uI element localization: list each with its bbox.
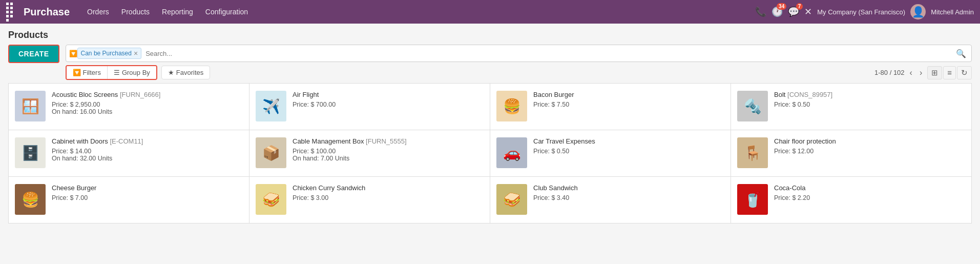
product-info: Air FlightPrice: $ 700.00 (293, 91, 484, 108)
product-image: 🍔 (496, 91, 527, 121)
clock-badge: 34 (777, 3, 786, 10)
product-card[interactable]: ✈️Air FlightPrice: $ 700.00 (249, 84, 490, 130)
product-stock: On hand: 16.00 Units (52, 108, 243, 115)
search-submit-button[interactable]: 🔍 (954, 49, 968, 58)
product-price: Price: $ 14.00 (52, 148, 243, 155)
product-card[interactable]: 🥤Coca-ColaPrice: $ 2.20 (731, 177, 971, 223)
chat-icon[interactable]: 💬 7 (788, 6, 799, 17)
product-card[interactable]: 🚗Car Travel ExpensesPrice: $ 0.50 (490, 130, 731, 176)
product-card[interactable]: 🗄️Cabinet with Doors [E-COM11]Price: $ 1… (9, 130, 249, 176)
product-info: Bolt [CONS_89957]Price: $ 0.50 (774, 91, 965, 108)
product-name: Air Flight (293, 91, 484, 99)
brand-title[interactable]: Purchase (24, 6, 70, 18)
product-info: Chicken Curry SandwichPrice: $ 3.00 (293, 184, 484, 201)
product-card[interactable]: 🍔Cheese BurgerPrice: $ 7.00 (9, 177, 249, 223)
product-image: 🥪 (256, 184, 286, 215)
product-price: Price: $ 2,950.00 (52, 101, 243, 108)
pagination-text: 1-80 / 102 (874, 69, 905, 76)
filters-label: Filters (83, 69, 101, 76)
product-info: Car Travel ExpensesPrice: $ 0.50 (533, 137, 724, 155)
product-info: Cheese BurgerPrice: $ 7.00 (52, 184, 243, 201)
star-icon: ★ (168, 69, 174, 76)
company-label: My Company (San Francisco) (817, 8, 905, 16)
product-name: Chicken Curry Sandwich (293, 184, 484, 193)
product-card[interactable]: 📦Cable Management Box [FURN_5555]Price: … (249, 130, 490, 176)
product-image: 📦 (256, 137, 286, 168)
product-price: Price: $ 100.00 (293, 148, 484, 155)
product-price: Price: $ 0.50 (533, 148, 724, 155)
product-image: 🚗 (496, 137, 527, 168)
main-content: Products CREATE 🔽 Can be Purchased × 🔍 (0, 24, 980, 264)
nav-configuration[interactable]: Configuration (200, 6, 253, 18)
filter-tag-remove[interactable]: × (134, 49, 138, 57)
navbar-right: 📞 🕐 34 💬 7 ✕ My Company (San Francisco) … (755, 4, 974, 19)
product-price: Price: $ 3.00 (293, 194, 484, 201)
product-info: Acoustic Bloc Screens [FURN_6666]Price: … (52, 91, 243, 115)
favorites-button[interactable]: ★ Favorites (161, 66, 210, 79)
nav-products[interactable]: Products (116, 6, 155, 18)
navbar: Purchase Orders Products Reporting Confi… (0, 0, 980, 24)
page-header: Products (8, 30, 972, 40)
product-info: Cabinet with Doors [E-COM11]Price: $ 14.… (52, 137, 243, 162)
product-grid: 🪟Acoustic Bloc Screens [FURN_6666]Price:… (8, 83, 972, 224)
product-info: Chair floor protectionPrice: $ 12.00 (774, 137, 965, 155)
filter-funnel-icon: 🔽 (69, 50, 77, 57)
chat-badge: 7 (796, 3, 803, 10)
product-image: 🥪 (496, 184, 527, 215)
product-code: [FURN_6666] (118, 91, 160, 98)
product-name: Bolt [CONS_89957] (774, 91, 965, 99)
product-stock: On hand: 7.00 Units (293, 155, 484, 162)
product-info: Club SandwichPrice: $ 3.40 (533, 184, 724, 201)
product-name: Cable Management Box [FURN_5555] (293, 137, 484, 146)
filter-groupby-group: 🔽 Filters ☰ Group By (66, 65, 157, 80)
apps-icon[interactable] (6, 3, 15, 22)
favorites-label: Favorites (176, 69, 203, 76)
pagination: 1-80 / 102 ‹ › ⊞ ≡ ↻ (874, 66, 972, 79)
refresh-button[interactable]: ↻ (957, 66, 972, 79)
product-name: Chair floor protection (774, 137, 965, 146)
page-title: Products (8, 30, 48, 40)
groupby-button[interactable]: ☰ Group By (108, 66, 156, 79)
filter-tag-label: Can be Purchased (81, 50, 132, 57)
product-card[interactable]: 🥪Club SandwichPrice: $ 3.40 (490, 177, 731, 223)
avatar[interactable]: 👤 (910, 4, 926, 19)
product-info: Coca-ColaPrice: $ 2.20 (774, 184, 965, 201)
create-button[interactable]: CREATE (8, 45, 59, 63)
product-card[interactable]: 🥪Chicken Curry SandwichPrice: $ 3.00 (249, 177, 490, 223)
nav-reporting[interactable]: Reporting (157, 6, 198, 18)
product-info: Cable Management Box [FURN_5555]Price: $… (293, 137, 484, 162)
product-price: Price: $ 700.00 (293, 101, 484, 108)
groupby-icon: ☰ (114, 69, 120, 76)
product-price: Price: $ 12.00 (774, 148, 965, 155)
next-page-button[interactable]: › (918, 67, 924, 78)
product-price: Price: $ 3.40 (533, 194, 724, 201)
clock-icon[interactable]: 🕐 34 (772, 6, 783, 17)
product-card[interactable]: 🪟Acoustic Bloc Screens [FURN_6666]Price:… (9, 84, 249, 130)
list-view-button[interactable]: ≡ (943, 66, 956, 79)
filters-button[interactable]: 🔽 Filters (67, 66, 108, 79)
product-price: Price: $ 7.00 (52, 194, 243, 201)
product-code: [FURN_5555] (364, 137, 406, 145)
phone-icon[interactable]: 📞 (755, 6, 766, 17)
product-stock: On hand: 32.00 Units (52, 155, 243, 162)
product-code: [CONS_89957] (785, 91, 832, 98)
product-card[interactable]: 🍔Bacon BurgerPrice: $ 7.50 (490, 84, 731, 130)
kanban-view-button[interactable]: ⊞ (927, 66, 942, 79)
search-bar: 🔽 Can be Purchased × 🔍 (66, 45, 972, 62)
product-price: Price: $ 2.20 (774, 194, 965, 201)
product-price: Price: $ 0.50 (774, 101, 965, 108)
nav-menu: Orders Products Reporting Configuration (82, 6, 747, 18)
product-name: Cheese Burger (52, 184, 243, 193)
product-card[interactable]: 🔩Bolt [CONS_89957]Price: $ 0.50 (731, 84, 971, 130)
filter-tag: Can be Purchased × (77, 48, 142, 59)
product-image: ✈️ (256, 91, 286, 121)
product-image: 🪟 (15, 91, 46, 121)
prev-page-button[interactable]: ‹ (908, 67, 914, 78)
product-code: [E-COM11] (108, 137, 143, 145)
product-name: Car Travel Expenses (533, 137, 724, 146)
search-input[interactable] (143, 49, 954, 58)
close-icon[interactable]: ✕ (804, 6, 812, 17)
product-card[interactable]: 🪑Chair floor protectionPrice: $ 12.00 (731, 130, 971, 176)
product-name: Cabinet with Doors [E-COM11] (52, 137, 243, 146)
nav-orders[interactable]: Orders (82, 6, 114, 18)
